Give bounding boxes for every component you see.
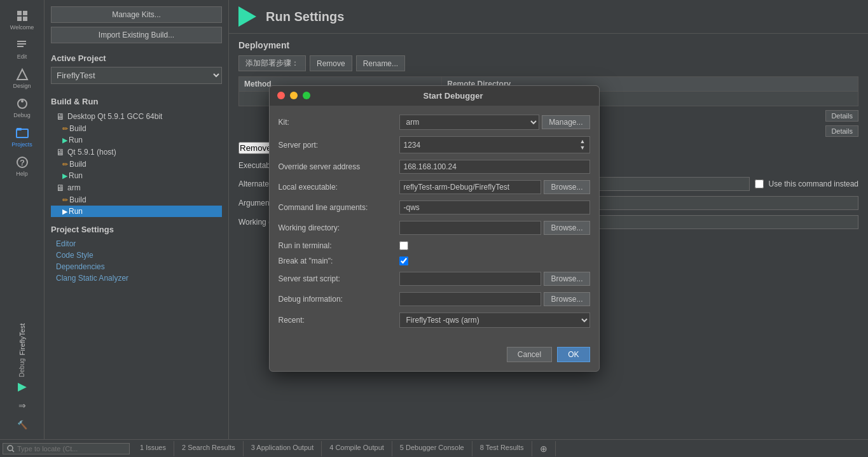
server-script-input[interactable] (399, 272, 542, 286)
debug-info-input[interactable] (399, 292, 542, 306)
working-dir-control: Browse... (399, 221, 590, 235)
browse-button-3[interactable]: Browse... (544, 272, 589, 286)
break-at-main-row: Break at "main": (279, 257, 590, 265)
server-port-value: 1234 (404, 141, 421, 150)
browse-button-4[interactable]: Browse... (544, 292, 589, 306)
server-script-label: Server start script: (279, 274, 399, 283)
working-dir-label: Working directory: (279, 223, 399, 232)
break-at-main-control (399, 257, 590, 265)
server-port-label: Server port: (279, 141, 399, 150)
server-port-row: Server port: 1234 ▲▼ (279, 136, 590, 154)
override-server-label: Override server address (279, 162, 399, 171)
override-server-control (399, 160, 590, 174)
kit-select[interactable]: arm (399, 115, 540, 130)
kit-control: arm Manage... (399, 115, 590, 130)
server-script-control: Browse... (399, 272, 590, 286)
run-in-terminal-row: Run in terminal: (279, 241, 590, 250)
recent-row: Recent: FireflyTest -qws (arm) (279, 313, 590, 328)
manage-button[interactable]: Manage... (542, 115, 589, 129)
dialog-overlay: Start Debugger Kit: arm Manage... Server… (0, 0, 868, 457)
browse-button-1[interactable]: Browse... (544, 180, 589, 194)
recent-control: FireflyTest -qws (arm) (399, 313, 590, 328)
break-at-main-checkbox[interactable] (399, 257, 408, 265)
server-script-row: Server start script: Browse... (279, 272, 590, 286)
cmd-args-input[interactable] (399, 200, 590, 214)
local-exe-control: Browse... (399, 180, 590, 194)
override-server-row: Override server address (279, 160, 590, 174)
spinbox-arrows[interactable]: ▲▼ (580, 139, 586, 151)
run-in-terminal-checkbox[interactable] (399, 241, 408, 250)
recent-label: Recent: (279, 316, 399, 325)
cancel-button[interactable]: Cancel (507, 347, 552, 362)
server-port-control: 1234 ▲▼ (399, 136, 590, 154)
cmd-args-label: Command line arguments: (279, 203, 399, 212)
debug-info-control: Browse... (399, 292, 590, 306)
minimize-button[interactable] (290, 92, 298, 99)
working-dir-row: Working directory: Browse... (279, 221, 590, 235)
local-exe-input[interactable] (399, 180, 542, 194)
cmd-args-control (399, 200, 590, 214)
kit-row: Kit: arm Manage... (279, 115, 590, 130)
debug-info-row: Debug information: Browse... (279, 292, 590, 306)
close-button[interactable] (277, 92, 285, 99)
dialog-titlebar: Start Debugger (270, 86, 599, 106)
dialog-footer: Cancel OK (270, 343, 599, 371)
start-debugger-dialog: Start Debugger Kit: arm Manage... Server… (269, 85, 600, 372)
recent-select[interactable]: FireflyTest -qws (arm) (399, 313, 590, 328)
run-in-terminal-control (399, 241, 590, 250)
browse-button-2[interactable]: Browse... (544, 221, 589, 235)
dialog-body: Kit: arm Manage... Server port: 1234 ▲▼ (270, 106, 599, 344)
debug-info-label: Debug information: (279, 295, 399, 304)
break-at-main-label: Break at "main": (279, 257, 399, 265)
run-in-terminal-label: Run in terminal: (279, 241, 399, 250)
ok-button[interactable]: OK (557, 347, 589, 362)
dialog-title: Start Debugger (315, 91, 591, 101)
local-exe-row: Local executable: Browse... (279, 180, 590, 194)
local-exe-label: Local executable: (279, 183, 399, 192)
kit-label: Kit: (279, 118, 399, 127)
cmd-args-row: Command line arguments: (279, 200, 590, 214)
override-server-input[interactable] (399, 160, 590, 174)
maximize-button[interactable] (303, 92, 310, 99)
working-dir-input[interactable] (399, 221, 542, 235)
